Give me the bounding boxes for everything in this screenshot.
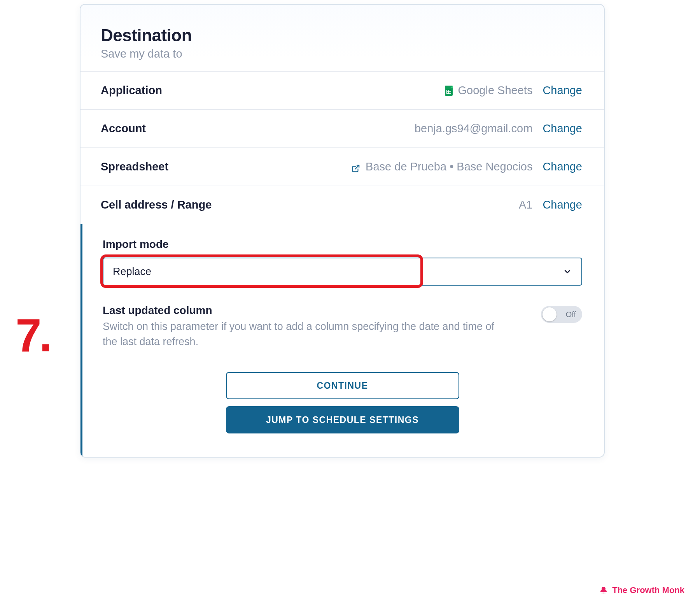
last-updated-param: Last updated column Switch on this param…: [103, 304, 582, 349]
change-spreadsheet-link[interactable]: Change: [542, 160, 582, 173]
brand-icon: [599, 586, 608, 595]
row-cell-label: Cell address / Range: [101, 198, 212, 211]
card-title: Destination: [101, 26, 582, 45]
last-updated-desc: Switch on this parameter if you want to …: [103, 319, 499, 349]
toggle-knob: [542, 307, 556, 321]
spreadsheet-value-text: Base de Prueba • Base Negocios: [366, 160, 532, 173]
row-cell-value: A1: [519, 198, 532, 211]
brand-watermark: The Growth Monk: [599, 585, 684, 595]
import-mode-select[interactable]: Replace: [103, 258, 582, 286]
external-link-icon[interactable]: [352, 163, 360, 171]
change-account-link[interactable]: Change: [542, 122, 582, 135]
row-spreadsheet-value: Base de Prueba • Base Negocios: [352, 160, 532, 173]
svg-point-1: [601, 593, 606, 593]
import-mode-label: Import mode: [103, 238, 582, 251]
jump-to-schedule-button[interactable]: JUMP TO SCHEDULE SETTINGS: [226, 406, 459, 433]
row-spreadsheet-label: Spreadsheet: [101, 160, 168, 173]
svg-line-0: [355, 165, 359, 169]
application-value-text: Google Sheets: [458, 84, 533, 97]
step-annotation: 7.: [16, 308, 50, 362]
change-application-link[interactable]: Change: [542, 84, 582, 97]
chevron-down-icon: [563, 267, 572, 276]
google-sheets-icon: [445, 86, 453, 96]
row-application-label: Application: [101, 84, 162, 97]
continue-button[interactable]: CONTINUE: [226, 372, 459, 399]
import-mode-value: Replace: [113, 266, 151, 278]
destination-card: Destination Save my data to Application …: [80, 4, 605, 458]
last-updated-toggle[interactable]: Off: [541, 306, 582, 323]
last-updated-title: Last updated column: [103, 304, 525, 317]
row-account-label: Account: [101, 122, 146, 135]
row-account: Account benja.gs94@gmail.com Change: [80, 109, 604, 147]
row-cell: Cell address / Range A1 Change: [80, 186, 604, 224]
row-account-value: benja.gs94@gmail.com: [415, 122, 532, 135]
import-mode-panel: Import mode Replace Last updated column …: [80, 224, 604, 457]
toggle-state: Off: [566, 310, 576, 319]
row-application-value: Google Sheets: [445, 84, 533, 97]
change-cell-link[interactable]: Change: [542, 198, 582, 211]
brand-text: The Growth Monk: [612, 585, 684, 595]
row-spreadsheet: Spreadsheet Base de Prueba • Base Negoci…: [80, 147, 604, 186]
card-subtitle: Save my data to: [101, 47, 582, 60]
card-header: Destination Save my data to: [80, 5, 604, 71]
row-application: Application Google Sheets Change: [80, 71, 604, 109]
